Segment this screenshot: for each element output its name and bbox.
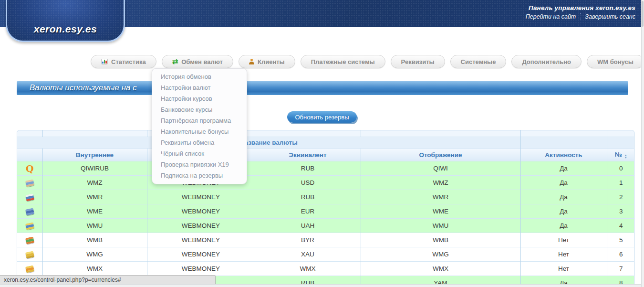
cell-display: QIWI [361, 161, 520, 176]
cell-display: WMZ [361, 176, 520, 190]
exchange-icon: ⇄ [172, 59, 178, 64]
tab-system[interactable]: Системные [450, 55, 507, 68]
cell-icon [17, 176, 42, 190]
tab-requisites[interactable]: Реквизиты [391, 55, 445, 68]
wallet-wmu-icon [25, 222, 34, 230]
table-row-0: QQIWIRUBRUBQIWIДа0 [17, 161, 634, 176]
menu-item-9[interactable]: Подписка на резервы [152, 170, 247, 181]
wallet-wmx-icon [25, 265, 34, 273]
cell-active: Да [520, 190, 607, 204]
tab-label: WM бонусы [597, 58, 634, 65]
wallet-wme-icon [25, 208, 34, 215]
table-row-2: WMRWEBMONEYRUBWMRДа2 [17, 190, 634, 204]
cell-equivalent: RUB [255, 161, 361, 176]
cell-num: 2 [607, 190, 634, 204]
cell-equivalent: RUB [255, 190, 361, 204]
cell-equivalent: BYR [255, 233, 361, 247]
tab-payment-systems[interactable]: Платежные системы [301, 55, 385, 68]
col-header-number[interactable]: №▲▼ [607, 149, 634, 161]
col-header-display: Отображение [361, 149, 520, 161]
table-row-6: WMGWEBMONEYXAUWMGНет6 [17, 247, 634, 262]
cell-display: WME [361, 204, 520, 219]
cell-active: Нет [520, 247, 607, 262]
site-logo: xeron.esy.es [7, 23, 124, 35]
cell-equivalent: USD [255, 176, 361, 190]
cell-icon [17, 204, 42, 219]
wallet-wmb-icon [25, 236, 34, 244]
update-reserves-button[interactable]: Обновить резервы [287, 111, 357, 123]
cell-external: WEBMONEY [147, 247, 255, 262]
cell-display: WMB [361, 233, 520, 247]
tab-label: Системные [461, 58, 496, 65]
col-header-icon [17, 149, 42, 161]
menu-item-8[interactable]: Проверка привязки X19 [152, 159, 247, 170]
cell-active: Да [520, 219, 607, 233]
col-header-internal: Внутреннее [42, 149, 147, 161]
tab-additional[interactable]: Дополнительно [511, 55, 582, 68]
go-to-site-link[interactable]: Перейти на сайт [526, 13, 576, 20]
wallet-wmr-icon [25, 193, 34, 201]
cell-icon [17, 219, 42, 233]
cell-num: 1 [607, 176, 634, 190]
table-column-header-row: Внутреннее Эквивалент Отображение Активн… [17, 149, 634, 161]
tab-label: Реквизиты [401, 58, 435, 65]
menu-item-1[interactable]: Настройки валют [152, 82, 247, 93]
menu-item-3[interactable]: Банковские курсы [152, 104, 247, 115]
cell-icon [17, 233, 42, 247]
cell-icon [17, 247, 42, 262]
tab-label: Дополнительно [522, 58, 571, 65]
currencies-table: Название валюты Внутреннее Эквивалент От… [17, 130, 634, 287]
cell-display: WMX [361, 262, 520, 276]
cell-active: Да [520, 176, 607, 190]
logo-tab[interactable]: xeron.esy.es [6, 0, 125, 42]
end-session-link[interactable]: Завершить сеанс [580, 13, 635, 20]
number-label: № [615, 151, 622, 158]
vertical-scrollbar-thumb[interactable] [642, 1, 644, 27]
group-header-currency-name: Название валюты [17, 137, 520, 149]
cell-internal: WMR [42, 190, 147, 204]
horizontal-scrollbar-track[interactable] [0, 284, 644, 287]
menu-item-2[interactable]: Настройки курсов [152, 93, 247, 104]
table-spacer-row [17, 130, 634, 137]
vertical-scrollbar-track[interactable] [641, 0, 644, 287]
cell-active: Нет [520, 262, 607, 276]
tab-wm-bonuses[interactable]: WM бонусы [587, 55, 644, 68]
cell-external: WEBMONEY [147, 219, 255, 233]
page-banner: Валюты используемые на с [17, 81, 628, 95]
cell-external: WEBMONEY [147, 262, 255, 276]
table-row-3: WMEWEBMONEYEURWMEДа3 [17, 204, 634, 219]
tab-label: Обмен валют [181, 58, 223, 65]
cell-internal: WMB [42, 233, 147, 247]
cell-num: 3 [607, 204, 634, 219]
tab-exchange[interactable]: ⇄Обмен валют [162, 55, 233, 68]
menu-item-0[interactable]: История обменов [152, 71, 247, 82]
admin-info: Панель управления xeron.esy.es Перейти н… [526, 4, 635, 20]
cell-internal: WME [42, 204, 147, 219]
wallet-wmz-icon [25, 179, 34, 187]
currencies-table-wrap: Название валюты Внутреннее Эквивалент От… [17, 130, 634, 287]
panel-title: Панель управления xeron.esy.es [526, 4, 635, 11]
tab-label: Статистика [111, 58, 146, 65]
cell-equivalent: UAH [255, 219, 361, 233]
exchange-dropdown-menu: История обменовНастройки валютНастройки … [152, 68, 247, 184]
qiwi-icon: Q [26, 163, 34, 174]
tab-label: Клиенты [258, 58, 285, 65]
menu-item-7[interactable]: Чёрный список [152, 148, 247, 159]
tab-statistics[interactable]: Статистика [91, 55, 156, 68]
tab-clients[interactable]: Клиенты [239, 55, 295, 68]
table-row-4: WMUWEBMONEYUAHWMUДа4 [17, 219, 634, 233]
cell-icon: Q [17, 161, 42, 176]
cell-equivalent: EUR [255, 204, 361, 219]
cell-num: 7 [607, 262, 634, 276]
cell-internal: WMX [42, 262, 147, 276]
table-row-1: WMZWEBMONEYUSDWMZДа1 [17, 176, 634, 190]
col-header-activity: Активность [520, 149, 607, 161]
menu-item-5[interactable]: Накопительные бонусы [152, 126, 247, 137]
table-row-5: WMBWEBMONEYBYRWMBНет5 [17, 233, 634, 247]
tab-label: Платежные системы [311, 58, 375, 65]
cell-num: 5 [607, 233, 634, 247]
menu-item-4[interactable]: Партнёрская программа [152, 115, 247, 126]
menu-item-6[interactable]: Реквизиты обмена [152, 137, 247, 148]
status-bar: xeron.esy.es/control-panel.php?p=currenc… [0, 275, 216, 284]
wallet-wmg-icon [25, 251, 34, 258]
